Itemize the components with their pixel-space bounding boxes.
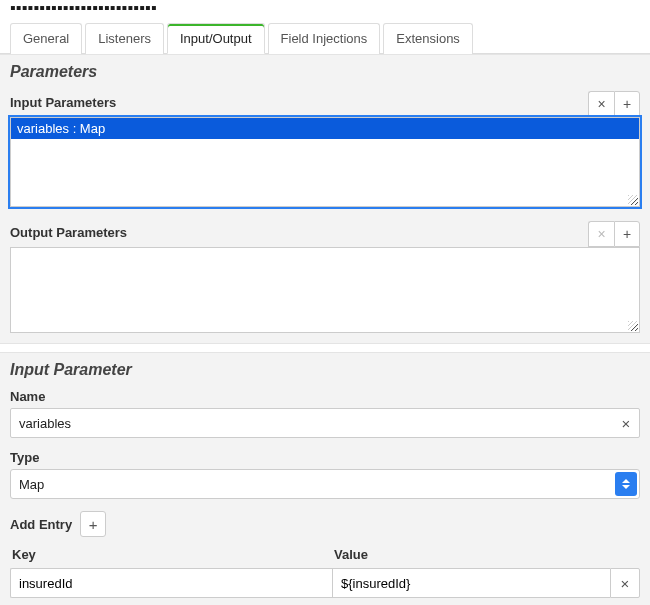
input-parameters-label: Input Parameters: [10, 95, 116, 110]
parameters-title: Parameters: [10, 63, 640, 81]
input-parameter-title: Input Parameter: [10, 361, 640, 379]
table-row: ×: [10, 568, 640, 598]
resize-handle-icon: [628, 321, 638, 331]
type-label: Type: [10, 450, 640, 465]
entry-key-input[interactable]: [10, 568, 332, 598]
entry-value-input[interactable]: [332, 568, 610, 598]
output-param-remove-button[interactable]: ×: [588, 221, 614, 247]
plus-icon: +: [89, 516, 98, 533]
tab-field-injections[interactable]: Field Injections: [268, 23, 381, 54]
name-label: Name: [10, 389, 640, 404]
list-item[interactable]: variables : Map: [11, 118, 639, 139]
tab-input-output[interactable]: Input/Output: [167, 23, 265, 54]
output-param-add-button[interactable]: +: [614, 221, 640, 247]
plus-icon: +: [623, 226, 631, 242]
page-title-truncated: ▪▪▪▪▪▪▪▪▪▪▪▪▪▪▪▪▪▪▪▪▪▪▪▪▪: [0, 0, 650, 22]
parameters-section: Parameters Input Parameters × + variable…: [0, 54, 650, 344]
input-param-add-button[interactable]: +: [614, 91, 640, 117]
tab-listeners[interactable]: Listeners: [85, 23, 164, 54]
map-entries-header: Key Value: [10, 547, 640, 568]
output-parameters-block: Output Parameters × +: [10, 221, 640, 333]
output-parameters-label: Output Parameters: [10, 225, 127, 240]
input-param-remove-button[interactable]: ×: [588, 91, 614, 117]
tab-extensions[interactable]: Extensions: [383, 23, 473, 54]
value-column-header: Value: [334, 547, 638, 562]
type-select[interactable]: [10, 469, 640, 499]
output-parameters-list[interactable]: [10, 247, 640, 333]
name-input[interactable]: [10, 408, 640, 438]
input-parameters-block: Input Parameters × + variables : Map: [10, 91, 640, 207]
close-icon: ×: [622, 415, 631, 432]
add-entry-button[interactable]: +: [80, 511, 106, 537]
close-icon: ×: [597, 96, 605, 112]
name-clear-button[interactable]: ×: [612, 408, 640, 438]
close-icon: ×: [621, 575, 630, 592]
key-column-header: Key: [12, 547, 334, 562]
entry-delete-button[interactable]: ×: [610, 568, 640, 598]
tabs: General Listeners Input/Output Field Inj…: [0, 22, 650, 54]
plus-icon: +: [623, 96, 631, 112]
resize-handle-icon: [628, 195, 638, 205]
add-entry-label: Add Entry: [10, 517, 72, 532]
input-parameter-detail-section: Input Parameter Name × Type Add Entry + …: [0, 352, 650, 605]
tab-general[interactable]: General: [10, 23, 82, 54]
input-parameters-list[interactable]: variables : Map: [10, 117, 640, 207]
close-icon: ×: [597, 226, 605, 242]
